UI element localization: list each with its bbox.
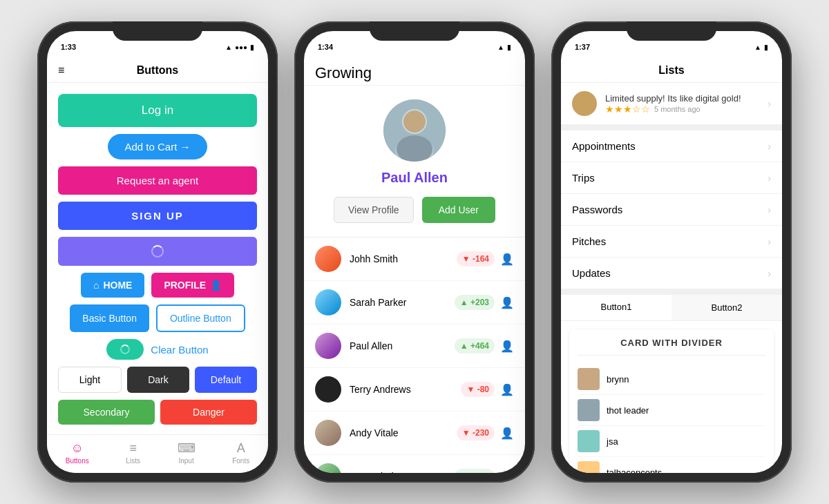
user-action-icon[interactable]: 👤 xyxy=(500,340,514,353)
score-badge: ▼ -164 xyxy=(457,251,495,266)
secondary-danger-row: Secondary Danger xyxy=(58,400,257,425)
default-button[interactable]: Default xyxy=(195,367,257,393)
avatar xyxy=(315,376,341,403)
nav-buttons-label: Buttons xyxy=(66,457,89,465)
clear-button[interactable]: Clear Button xyxy=(151,344,208,356)
phone-growing: 1:34 ▲ ▮ Growing xyxy=(294,21,535,483)
nav-input-label: Input xyxy=(178,457,193,465)
battery-icon-2: ▮ xyxy=(507,43,511,51)
chevron-icon: › xyxy=(768,98,771,109)
growing-app-name: Growing xyxy=(304,59,525,86)
toggle-clear-row: Clear Button xyxy=(58,339,257,360)
basic-button[interactable]: Basic Button xyxy=(70,304,149,332)
secondary-button[interactable]: Secondary xyxy=(58,400,155,425)
user-action-icon[interactable]: 👤 xyxy=(500,296,514,309)
growing-title: Growing xyxy=(315,64,372,81)
phone-notch-2 xyxy=(370,21,459,41)
table-row: Katy Friedson ▲ +160 👤 xyxy=(304,455,525,473)
card-user-item: brynn xyxy=(578,364,765,395)
card-user-avatar xyxy=(578,399,600,421)
request-agent-button[interactable]: Request an agent xyxy=(58,166,257,195)
user-name: Johh Smith xyxy=(350,253,457,264)
table-row: Sarah Parker ▲ +203 👤 xyxy=(304,281,525,324)
home-profile-row: ⌂ HOME PROFILE 👤 xyxy=(58,273,257,298)
profile-label: PROFILE xyxy=(164,280,206,291)
nav-lists[interactable]: ≡ Lists xyxy=(126,441,140,465)
add-user-button[interactable]: Add User xyxy=(422,197,495,223)
danger-button[interactable]: Danger xyxy=(160,400,257,425)
avatar xyxy=(315,289,341,316)
nav-fonts-icon: A xyxy=(237,441,245,456)
list-item-appointments[interactable]: Appointments › xyxy=(561,130,782,162)
add-cart-button[interactable]: Add to Cart → xyxy=(108,134,207,159)
battery-icon: ▮ xyxy=(250,43,254,51)
review-content: Limited supply! Its like digital gold! ★… xyxy=(605,93,768,115)
nav-input-icon: ⌨ xyxy=(178,440,196,456)
card-user-item: thot leader xyxy=(578,395,765,426)
tab-button2[interactable]: Button2 xyxy=(671,295,782,320)
review-avatar xyxy=(572,91,597,116)
nav-buttons[interactable]: ☺ Buttons xyxy=(66,441,89,465)
score-badge: ▲ +464 xyxy=(455,338,495,353)
list-item-trips[interactable]: Trips › xyxy=(561,162,782,194)
review-stars: ★★★☆☆ xyxy=(605,104,650,115)
user-name: Katy Friedson xyxy=(350,471,455,473)
light-button[interactable]: Light xyxy=(58,367,122,393)
bottom-nav-1: ☺ Buttons ≡ Lists ⌨ Input A Fonts xyxy=(47,434,268,473)
card-user-name: thot leader xyxy=(607,405,649,416)
nav-fonts[interactable]: A Fonts xyxy=(232,441,249,465)
user-action-icon[interactable]: 👤 xyxy=(500,383,514,396)
updates-chevron: › xyxy=(768,268,771,279)
avatar xyxy=(315,333,341,359)
dark-button[interactable]: Dark xyxy=(127,367,189,393)
status-icons-1: ▲ ●●● ▮ xyxy=(225,43,254,51)
tabs-container: Button1 Button2 xyxy=(561,295,782,321)
pitches-label: Pitches xyxy=(572,235,606,247)
wifi-icon-2: ▲ xyxy=(497,43,504,51)
card-user-name: talhaconcepts xyxy=(607,467,662,474)
signup-button[interactable]: SIGN UP xyxy=(58,202,257,230)
score-badge: ▼ -80 xyxy=(461,382,495,397)
score-badge: ▲ +203 xyxy=(455,295,495,310)
status-time-3: 1:37 xyxy=(575,43,590,51)
nav-input[interactable]: ⌨ Input xyxy=(178,440,196,465)
basic-outline-row: Basic Button Outline Button xyxy=(58,304,257,332)
user-name: Andy Vitale xyxy=(350,427,457,438)
loading-button[interactable] xyxy=(58,237,257,266)
nav-lists-icon: ≡ xyxy=(129,441,137,456)
table-row: Andy Vitale ▼ -230 👤 xyxy=(304,411,525,455)
score-badge: ▼ -230 xyxy=(457,425,495,440)
list-section-separator-2 xyxy=(561,289,782,295)
list-item-updates[interactable]: Updates › xyxy=(561,258,782,289)
nav-buttons-icon: ☺ xyxy=(71,441,84,456)
home-button[interactable]: ⌂ HOME xyxy=(81,273,144,298)
user-action-icon[interactable]: 👤 xyxy=(500,253,514,266)
battery-icon-3: ▮ xyxy=(764,43,768,51)
table-row: Terry Andrews ▼ -80 👤 xyxy=(304,368,525,411)
lists-header: Lists xyxy=(561,59,782,83)
card-user-name: brynn xyxy=(607,374,629,385)
login-button[interactable]: Log in xyxy=(58,94,257,127)
profile-section: Paul Allen View Profile Add User xyxy=(304,86,525,238)
card-user-item: jsa xyxy=(578,426,765,457)
outline-button[interactable]: Outline Button xyxy=(156,304,245,332)
toggle-button[interactable] xyxy=(106,339,144,360)
profile-icon: 👤 xyxy=(210,280,222,291)
list-item-passwords[interactable]: Passwords › xyxy=(561,194,782,226)
passwords-label: Passwords xyxy=(572,204,622,215)
user-action-icon[interactable]: 👤 xyxy=(500,427,514,440)
tab-button1[interactable]: Button1 xyxy=(561,295,671,320)
view-profile-button[interactable]: View Profile xyxy=(334,197,414,223)
user-name: Sarah Parker xyxy=(350,297,455,308)
wifi-icon-3: ▲ xyxy=(754,43,761,51)
buttons-header: ≡ Buttons xyxy=(47,59,268,83)
user-action-icon[interactable]: 👤 xyxy=(500,470,514,474)
profile-button[interactable]: PROFILE 👤 xyxy=(151,273,234,298)
theme-row: Light Dark Default xyxy=(58,367,257,393)
list-item-pitches[interactable]: Pitches › xyxy=(561,226,782,258)
menu-icon[interactable]: ≡ xyxy=(58,64,64,77)
card-user-avatar xyxy=(578,368,600,390)
profile-avatar xyxy=(383,99,446,162)
review-item[interactable]: Limited supply! Its like digital gold! ★… xyxy=(561,83,782,125)
trips-chevron: › xyxy=(768,173,771,184)
